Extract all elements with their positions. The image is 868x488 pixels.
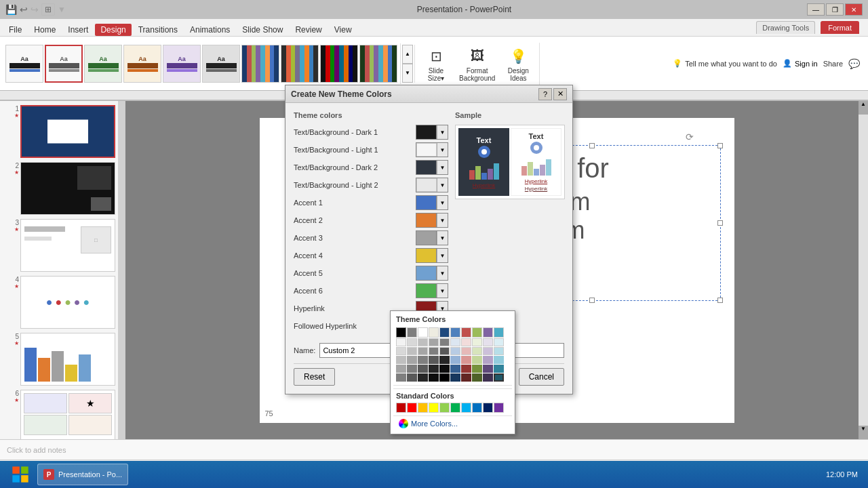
handle-bottom[interactable] [589,298,595,303]
slide-panel-scrollbar[interactable] [118,101,125,439]
menu-animations[interactable]: Animations [184,24,235,36]
slide-thumb-4[interactable]: 4 ★ ● ● ● ● ● [3,274,122,330]
more-colors-link[interactable]: More Colors... [393,415,512,431]
color-dropdown-7[interactable]: ▼ [437,249,448,262]
theme-swatch-10[interactable] [359,45,397,83]
handle-tr[interactable] [717,143,723,148]
std-c-7[interactable] [461,403,471,413]
std-c-9[interactable] [483,403,493,413]
theme-c-1-6[interactable] [450,327,460,338]
tc-4-3[interactable] [418,356,428,364]
tc-2-9[interactable] [483,338,493,346]
color-dropdown-5[interactable]: ▼ [437,214,448,227]
reset-btn[interactable]: Reset [294,368,335,386]
slide-thumb-2[interactable]: 2 ★ [3,161,122,216]
std-c-1[interactable] [396,403,406,413]
color-dropdown-1[interactable]: ▼ [437,143,448,157]
theme-swatch-4[interactable]: Aa [123,45,161,83]
tc-4-1[interactable] [396,356,406,364]
theme-swatch-8[interactable] [281,45,319,83]
theme-c-1-2[interactable] [407,327,417,338]
tc-3-9[interactable] [483,347,493,355]
tc-3-3[interactable] [418,347,428,355]
color-btn-3[interactable]: ▼ [416,178,448,192]
color-dropdown-3[interactable]: ▼ [437,178,448,192]
tc-4-8[interactable] [472,356,482,364]
slide-thumb-1[interactable]: 1 ★ [3,104,122,159]
std-c-4[interactable] [429,403,439,413]
tc-3-8[interactable] [472,347,482,355]
tc-5-1[interactable] [396,365,406,373]
slide-thumb-3[interactable]: 3 ★ □ [3,218,122,273]
tc-2-7[interactable] [461,338,471,346]
color-dropdown-8[interactable]: ▼ [437,266,448,280]
tc-5-7[interactable] [461,365,471,373]
theme-c-1-1[interactable] [396,327,406,338]
color-dropdown-0[interactable]: ▼ [437,125,448,139]
tc-4-10[interactable] [494,356,504,364]
format-tab[interactable]: Format [821,21,859,34]
tc-2-5[interactable] [439,338,450,346]
slide-thumb-6[interactable]: 6 ★ ★ [3,388,122,439]
tc-4-2[interactable] [407,356,417,364]
tc-5-5[interactable] [439,365,450,373]
slide-thumb-5[interactable]: 5 ★ [3,331,122,387]
std-c-10[interactable] [494,403,504,413]
tc-3-10[interactable] [494,347,504,355]
tc-2-4[interactable] [429,338,439,346]
themes-scroll-up[interactable]: ▲ [402,45,413,64]
theme-c-1-7[interactable] [461,327,471,338]
tc-6-6[interactable] [450,373,460,382]
tc-6-10[interactable] [494,373,504,382]
tc-6-4[interactable] [429,373,439,382]
tc-3-6[interactable] [450,347,460,355]
color-dropdown-4[interactable]: ▼ [437,196,448,209]
handle-top[interactable] [589,143,595,148]
std-c-6[interactable] [450,403,460,413]
color-btn-9[interactable]: ▼ [416,283,448,298]
color-dropdown-6[interactable]: ▼ [437,231,448,245]
handle-br[interactable] [717,298,723,303]
color-btn-0[interactable]: ▼ [416,125,448,140]
share-btn[interactable]: Share [823,60,843,68]
tc-6-8[interactable] [472,373,482,382]
tc-3-2[interactable] [407,347,417,355]
menu-slideshow[interactable]: Slide Show [237,24,288,36]
tc-5-4[interactable] [429,365,439,373]
color-btn-2[interactable]: ▼ [416,160,448,175]
notes-area[interactable]: Click to add notes [0,439,868,460]
tc-6-1[interactable] [396,373,406,382]
dialog-close-btn[interactable]: ✕ [553,88,567,100]
tc-3-5[interactable] [439,347,450,355]
tc-3-1[interactable] [396,347,406,355]
std-c-5[interactable] [439,403,450,413]
tc-6-7[interactable] [461,373,471,382]
tc-4-6[interactable] [450,356,460,364]
tc-5-10[interactable] [494,365,504,373]
std-c-3[interactable] [418,403,428,413]
minimize-btn[interactable]: — [807,3,825,16]
menu-transitions[interactable]: Transitions [133,24,183,36]
cancel-btn[interactable]: Cancel [519,368,564,386]
menu-design[interactable]: Design [95,24,131,36]
theme-swatch-5[interactable]: Aa [163,45,201,83]
tc-3-4[interactable] [429,347,439,355]
tc-2-10[interactable] [494,338,504,346]
close-btn[interactable]: ✕ [845,3,863,16]
theme-c-1-5[interactable] [439,327,450,338]
tell-me-input[interactable]: 💡 Tell me what you want to do [673,59,777,68]
color-dropdown-9[interactable]: ▼ [437,284,448,298]
color-btn-5[interactable]: ▼ [416,213,448,228]
color-btn-4[interactable]: ▼ [416,195,448,210]
canvas-scrollbar[interactable]: ▲ ▼ [859,101,868,439]
theme-swatch-9[interactable] [320,45,358,83]
handle-right[interactable] [717,220,723,226]
theme-c-1-10[interactable] [494,327,504,338]
theme-swatch-7[interactable] [241,45,279,83]
theme-swatch-2[interactable]: Aa [45,45,83,83]
tc-6-5[interactable] [439,373,450,382]
comments-btn[interactable]: 💬 [848,58,860,69]
tc-5-8[interactable] [472,365,482,373]
theme-c-1-9[interactable] [483,327,493,338]
sign-in-btn[interactable]: 👤 Sign in [783,59,818,68]
